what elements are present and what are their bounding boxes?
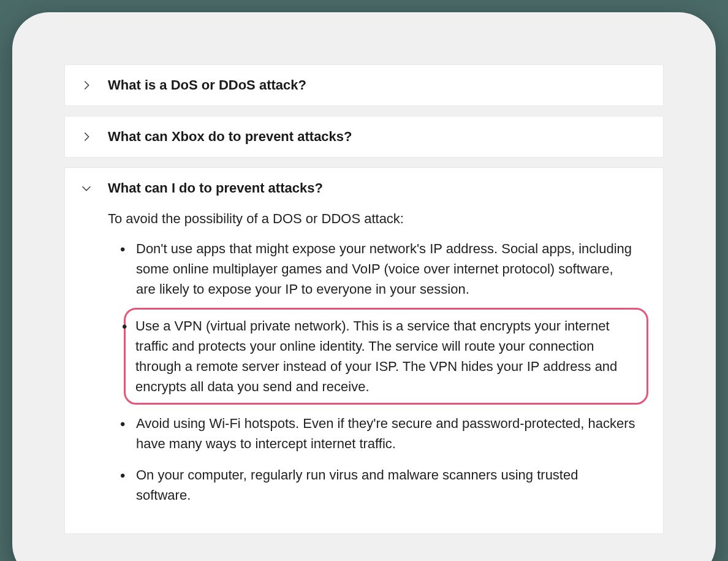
intro-text: To avoid the possibility of a DOS or DDO… [108, 208, 648, 229]
chevron-right-icon [80, 130, 93, 143]
accordion-content: To avoid the possibility of a DOS or DDO… [65, 208, 663, 533]
list-item: Avoid using Wi-Fi hotspots. Even if they… [136, 413, 648, 454]
accordion-header-xbox-prevent[interactable]: What can Xbox do to prevent attacks? [65, 116, 663, 157]
accordion-item-xbox-prevent: What can Xbox do to prevent attacks? [64, 116, 664, 158]
accordion-title: What can Xbox do to prevent attacks? [108, 129, 352, 145]
bullet-list: Don't use apps that might expose your ne… [108, 239, 648, 505]
highlight-annotation: Use a VPN (virtual private network). Thi… [124, 308, 648, 405]
list-item: On your computer, regularly run virus an… [136, 465, 648, 505]
chevron-right-icon [80, 78, 93, 92]
content-card: What is a DoS or DDoS attack? What can X… [12, 12, 716, 561]
accordion-header-user-prevent[interactable]: What can I do to prevent attacks? [65, 168, 663, 208]
accordion-header-dos-ddos[interactable]: What is a DoS or DDoS attack? [65, 65, 663, 105]
accordion-item-dos-ddos: What is a DoS or DDoS attack? [64, 64, 664, 106]
list-item-highlighted: Use a VPN (virtual private network). Thi… [135, 316, 637, 397]
list-item: Don't use apps that might expose your ne… [136, 239, 648, 299]
accordion-title: What can I do to prevent attacks? [108, 180, 323, 196]
accordion-item-user-prevent: What can I do to prevent attacks? To avo… [64, 167, 664, 534]
accordion-title: What is a DoS or DDoS attack? [108, 77, 306, 93]
chevron-down-icon [80, 181, 93, 195]
